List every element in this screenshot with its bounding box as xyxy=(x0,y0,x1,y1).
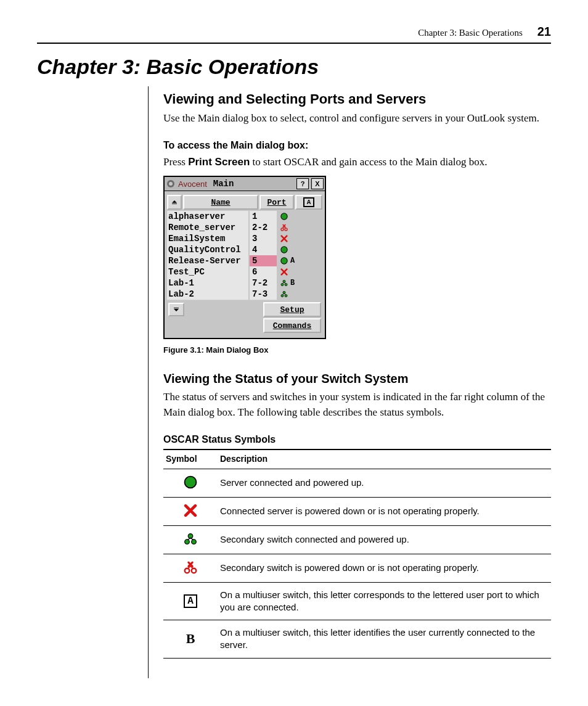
column-header-user[interactable]: A xyxy=(295,195,322,210)
description-cell: Secondary switch is powered down or is n… xyxy=(218,554,551,582)
svg-point-8 xyxy=(281,258,287,264)
server-status: B xyxy=(277,277,322,289)
symbol-cell xyxy=(163,554,218,582)
table-row: B On a multiuser switch, this letter ide… xyxy=(163,620,551,659)
dialog-titlebar: Avocent Main ? X xyxy=(165,177,325,191)
svg-point-1 xyxy=(169,182,173,186)
brand-label: Avocent xyxy=(178,179,207,189)
svg-point-18 xyxy=(188,533,193,538)
symbols-table: Symbol Description Server connected and … xyxy=(163,449,551,659)
server-port: 1 xyxy=(250,211,277,223)
svg-point-13 xyxy=(281,295,284,297)
dialog-title: Main xyxy=(213,179,234,189)
server-status xyxy=(277,233,322,244)
status-icon xyxy=(280,224,288,231)
svg-point-11 xyxy=(285,284,287,286)
running-header: Chapter 3: Basic Operations 21 xyxy=(37,25,551,44)
symbol-cell: A xyxy=(163,582,218,620)
page-number: 21 xyxy=(537,25,551,39)
section2-heading: Viewing the Status of your Switch System xyxy=(163,372,551,386)
description-cell: Server connected and powered up. xyxy=(218,469,551,497)
status-icon xyxy=(280,213,288,220)
svg-point-20 xyxy=(192,540,197,544)
table-row: Server connected and powered up. xyxy=(163,469,551,497)
svg-point-17 xyxy=(185,476,197,488)
status-icon xyxy=(280,290,288,298)
svg-point-9 xyxy=(283,281,285,283)
server-port: 5 xyxy=(250,255,277,267)
description-cell: Secondary switch connected and powered u… xyxy=(218,525,551,554)
svg-point-10 xyxy=(281,284,284,286)
description-cell: Connected server is powered down or is n… xyxy=(218,497,551,525)
scroll-down-button[interactable] xyxy=(168,303,184,316)
server-port: 7-2 xyxy=(250,277,277,289)
server-row[interactable]: alphaserver 1 xyxy=(167,211,322,222)
server-status xyxy=(277,289,322,300)
server-name: alphaserver xyxy=(167,211,248,223)
running-header-text: Chapter 3: Basic Operations xyxy=(418,28,523,38)
symbol-cell xyxy=(163,497,218,525)
server-name: QualityControl xyxy=(167,244,248,256)
table-row: A On a multiuser switch, this letter cor… xyxy=(163,582,551,620)
server-row[interactable]: Lab-1 7-2 B xyxy=(167,277,322,289)
svg-point-6 xyxy=(285,228,287,231)
procedure-heading: To access the Main dialog box: xyxy=(163,140,551,151)
server-port: 2-2 xyxy=(250,222,277,234)
user-letter: A xyxy=(290,257,295,265)
table-row: Secondary switch connected and powered u… xyxy=(163,525,551,554)
server-name: EmailSystem xyxy=(167,233,248,245)
server-status xyxy=(277,244,322,255)
server-row[interactable]: EmailSystem 3 xyxy=(167,233,322,244)
server-port: 4 xyxy=(250,244,277,256)
status-icon xyxy=(280,257,288,265)
table-row: Secondary switch is powered down or is n… xyxy=(163,554,551,582)
status-icon xyxy=(280,235,288,242)
avocent-logo-icon xyxy=(166,179,176,189)
status-icon xyxy=(280,279,288,287)
server-port: 7-3 xyxy=(250,289,277,300)
svg-point-7 xyxy=(281,247,287,253)
symbol-cell xyxy=(163,525,218,554)
scroll-up-button[interactable] xyxy=(167,195,182,210)
setup-button[interactable]: Setup xyxy=(263,302,321,317)
description-cell: On a multiuser switch, this letter corre… xyxy=(218,582,551,620)
server-row[interactable]: Test_PC 6 xyxy=(167,266,322,277)
server-status xyxy=(277,222,322,233)
description-cell: On a multiuser switch, this letter ident… xyxy=(218,620,551,659)
svg-point-19 xyxy=(185,540,190,544)
server-row[interactable]: QualityControl 4 xyxy=(167,244,322,255)
close-button[interactable]: X xyxy=(311,178,324,189)
status-icon xyxy=(280,246,288,253)
main-dialog: Avocent Main ? X Name xyxy=(163,176,326,339)
user-letter: B xyxy=(290,279,295,287)
commands-button[interactable]: Commands xyxy=(263,318,321,333)
column-header-port[interactable]: Port xyxy=(259,195,294,210)
procedure-step: Press Print Screen to start OSCAR and ga… xyxy=(163,155,551,170)
th-symbol: Symbol xyxy=(163,449,218,469)
server-row[interactable]: Remote_server 2-2 xyxy=(167,222,322,233)
table-row: Connected server is powered down or is n… xyxy=(163,497,551,525)
server-row[interactable]: Release-Server 5 A xyxy=(167,255,322,266)
svg-point-21 xyxy=(185,568,190,573)
svg-point-14 xyxy=(285,295,287,297)
server-name: Test_PC xyxy=(167,266,248,278)
server-name: Remote_server xyxy=(167,222,248,234)
server-status: A xyxy=(277,255,322,266)
symbol-cell xyxy=(163,469,218,497)
svg-marker-16 xyxy=(174,309,179,311)
server-port: 6 xyxy=(250,266,277,278)
th-description: Description xyxy=(218,449,551,469)
margin-rule xyxy=(37,86,149,678)
server-name: Lab-1 xyxy=(167,277,248,289)
svg-rect-15 xyxy=(174,308,179,308)
svg-point-4 xyxy=(281,213,287,220)
server-status xyxy=(277,211,322,222)
help-button[interactable]: ? xyxy=(296,178,309,189)
column-header-name[interactable]: Name xyxy=(183,195,258,210)
svg-point-5 xyxy=(281,228,284,231)
section-heading: Viewing and Selecting Ports and Servers xyxy=(163,91,551,107)
section2-body: The status of servers and switches in yo… xyxy=(163,390,551,420)
server-port: 3 xyxy=(250,233,277,245)
server-name: Lab-2 xyxy=(167,289,248,300)
server-row[interactable]: Lab-2 7-3 xyxy=(167,289,322,300)
